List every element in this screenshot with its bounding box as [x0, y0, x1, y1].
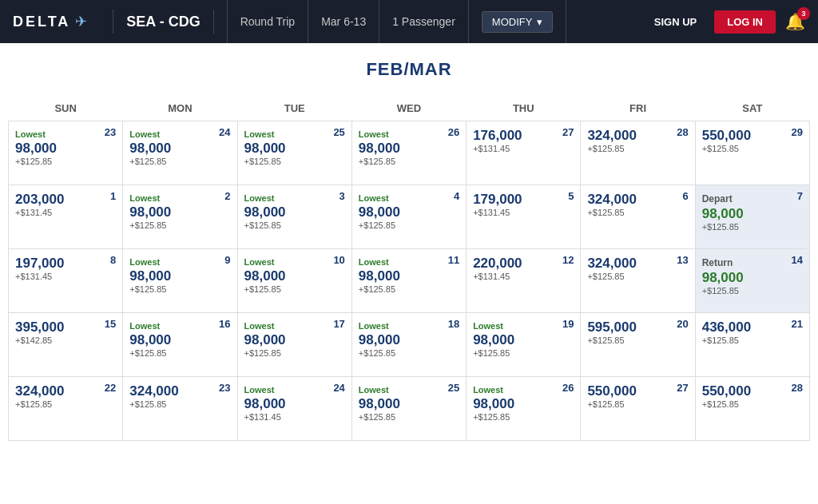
passengers-label: 1 Passenger — [392, 15, 455, 28]
price-fee: +$131.45 — [473, 272, 574, 281]
day-number: 27 — [677, 382, 688, 394]
header-nav: Round Trip Mar 6-13 1 Passenger MODIFY ▾ — [227, 0, 646, 43]
price-main: 98,000 — [702, 206, 803, 222]
signup-button[interactable]: SIGN UP — [646, 11, 705, 33]
price-fee: +$125.85 — [359, 220, 459, 230]
price-fee: +$125.85 — [359, 157, 459, 166]
day-number: 28 — [792, 382, 803, 394]
plane-icon: ✈ — [75, 13, 87, 30]
calendar-cell[interactable]: 16 Lowest 98,000 +$125.85 — [123, 313, 237, 377]
price-main: 395,000 — [15, 319, 116, 335]
logo: DELTA ✈ — [13, 13, 87, 30]
price-fee: +$125.85 — [702, 399, 803, 409]
calendar-cell[interactable]: 11 Lowest 98,000 +$125.85 — [351, 249, 466, 313]
main-header: DELTA ✈ SEA - CDG Round Trip Mar 6-13 1 … — [0, 0, 818, 43]
calendar-cell[interactable]: 28 550,000 +$125.85 — [695, 377, 809, 441]
day-headers-row: SUNMONTUEWEDTHUFRISAT — [9, 96, 810, 121]
calendar-cell[interactable]: 26 Lowest 98,000 +$125.85 — [467, 377, 581, 441]
calendar-cell[interactable]: 3 Lowest 98,000 +$125.85 — [237, 185, 351, 249]
calendar-cell[interactable]: 28 324,000 +$125.85 — [581, 121, 695, 185]
price-fee: +$125.85 — [244, 157, 345, 166]
price-main: 436,000 — [702, 319, 803, 335]
passengers-item[interactable]: 1 Passenger — [379, 0, 469, 43]
calendar-cell[interactable]: 24 Lowest 98,000 +$131.45 — [237, 377, 351, 441]
day-number: 7 — [797, 190, 803, 202]
lowest-label: Lowest — [244, 193, 345, 203]
calendar-body: 23 Lowest 98,000 +$125.85 24 Lowest 98,0… — [9, 121, 810, 441]
calendar-cell[interactable]: 25 Lowest 98,000 +$125.85 — [237, 121, 351, 185]
price-main: 98,000 — [129, 332, 230, 348]
calendar-cell[interactable]: 24 Lowest 98,000 +$125.85 — [123, 121, 237, 185]
calendar-cell[interactable]: 13 324,000 +$125.85 — [581, 249, 695, 313]
day-number: 10 — [333, 254, 344, 266]
price-main: 550,000 — [702, 383, 803, 399]
calendar-cell[interactable]: 8 197,000 +$131.45 — [9, 249, 123, 313]
dates-item[interactable]: Mar 6-13 — [308, 0, 379, 43]
modify-label: MODIFY — [492, 16, 533, 28]
day-number: 23 — [105, 126, 116, 138]
price-main: 197,000 — [15, 256, 116, 272]
price-fee: +$125.85 — [587, 335, 688, 345]
calendar-cell[interactable]: 18 Lowest 98,000 +$125.85 — [351, 313, 466, 377]
calendar-cell[interactable]: 21 436,000 +$125.85 — [695, 313, 809, 377]
day-number: 21 — [792, 318, 803, 330]
calendar-cell[interactable]: 29 550,000 +$125.85 — [695, 121, 809, 185]
price-fee: +$125.85 — [129, 348, 230, 358]
price-fee: +$131.45 — [244, 412, 345, 422]
calendar-cell[interactable]: 10 Lowest 98,000 +$125.85 — [237, 249, 351, 313]
lowest-label: Lowest — [244, 385, 345, 395]
calendar-cell[interactable]: 6 324,000 +$125.85 — [581, 185, 695, 249]
calendar-cell[interactable]: 1 203,000 +$131.45 — [9, 185, 123, 249]
modify-button[interactable]: MODIFY ▾ — [482, 11, 554, 33]
day-number: 9 — [224, 254, 230, 266]
trip-type-item[interactable]: Round Trip — [227, 0, 308, 43]
calendar-cell[interactable]: 26 Lowest 98,000 +$125.85 — [351, 121, 466, 185]
calendar-cell[interactable]: 23 324,000 +$125.85 — [123, 377, 237, 441]
chevron-down-icon: ▾ — [537, 16, 542, 28]
calendar-cell[interactable]: 4 Lowest 98,000 +$125.85 — [351, 185, 466, 249]
price-fee: +$125.85 — [473, 412, 574, 422]
day-number: 1 — [110, 190, 116, 202]
price-fee: +$125.85 — [702, 335, 803, 345]
calendar-cell[interactable]: 19 Lowest 98,000 +$125.85 — [467, 313, 581, 377]
day-header-tue: TUE — [237, 96, 351, 121]
price-main: 98,000 — [244, 396, 345, 412]
calendar-cell[interactable]: 27 550,000 +$125.85 — [581, 377, 695, 441]
calendar-cell[interactable]: 5 179,000 +$131.45 — [467, 185, 581, 249]
calendar-cell[interactable]: 12 220,000 +$131.45 — [467, 249, 581, 313]
lowest-label: Lowest — [473, 385, 574, 395]
lowest-label: Lowest — [473, 321, 574, 331]
day-number: 2 — [224, 190, 230, 202]
notification-icon[interactable]: 🔔 3 — [785, 12, 805, 31]
calendar-cell[interactable]: 17 Lowest 98,000 +$125.85 — [237, 313, 351, 377]
calendar-cell[interactable]: 23 Lowest 98,000 +$125.85 — [9, 121, 123, 185]
calendar-cell[interactable]: 7 Depart 98,000 +$125.85 — [695, 185, 809, 249]
calendar-cell[interactable]: 15 395,000 +$142.85 — [9, 313, 123, 377]
price-main: 98,000 — [359, 204, 459, 220]
price-main: 176,000 — [473, 128, 574, 144]
day-header-wed: WED — [351, 96, 466, 121]
price-fee: +$125.85 — [587, 399, 688, 409]
calendar-cell[interactable]: 22 324,000 +$125.85 — [9, 377, 123, 441]
price-fee: +$125.85 — [359, 412, 459, 422]
calendar-cell[interactable]: 14 Return 98,000 +$125.85 — [695, 249, 809, 313]
day-number: 4 — [454, 190, 459, 202]
header-divider-1 — [113, 10, 113, 34]
day-number: 11 — [448, 254, 459, 266]
price-main: 98,000 — [473, 332, 574, 348]
price-main: 98,000 — [129, 141, 230, 157]
calendar-cell[interactable]: 27 176,000 +$131.45 — [467, 121, 581, 185]
day-number: 15 — [105, 318, 116, 330]
login-button[interactable]: LOG IN — [714, 10, 776, 34]
calendar-cell[interactable]: 25 Lowest 98,000 +$125.85 — [351, 377, 466, 441]
day-number: 24 — [333, 382, 344, 394]
calendar-cell[interactable]: 2 Lowest 98,000 +$125.85 — [123, 185, 237, 249]
logo-text: DELTA — [13, 14, 70, 30]
price-main: 98,000 — [244, 141, 345, 157]
calendar-cell[interactable]: 20 595,000 +$125.85 — [581, 313, 695, 377]
calendar-cell[interactable]: 9 Lowest 98,000 +$125.85 — [123, 249, 237, 313]
lowest-label: Lowest — [244, 129, 345, 139]
day-number: 23 — [219, 382, 230, 394]
price-fee: +$125.85 — [587, 272, 688, 281]
modify-item[interactable]: MODIFY ▾ — [469, 0, 567, 43]
